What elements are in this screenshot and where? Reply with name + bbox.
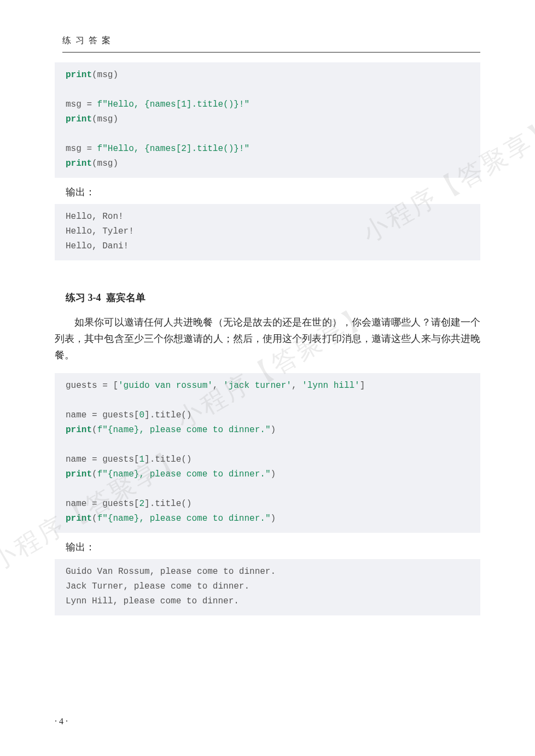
code-keyword: print [66,114,92,124]
code-text: ( [92,469,97,479]
code-string: f"{name}, please come to dinner." [97,514,271,524]
code-number: 0 [139,410,144,420]
code-string: ].title()}!" [187,100,249,109]
code-keyword: print [66,514,92,524]
code-text: name = guests[ [66,410,139,420]
section-number: 练习 3-4 [66,292,101,303]
code-text: name = guests[ [66,499,139,509]
code-text: ] [360,381,365,391]
page-number: · 4 · [55,717,68,726]
code-number: 2 [139,499,144,509]
code-text: msg = [66,100,97,109]
code-keyword: print [66,469,92,479]
section-title: 练习 3-4 嘉宾名单 [66,291,480,304]
code-string: 'guido van rossum' [118,381,213,391]
code-text: msg = [66,144,97,154]
code-string: 'lynn hill' [302,381,360,391]
code-string: f"{name}, please come to dinner." [97,469,271,479]
code-number: 1 [181,100,187,109]
code-string: ].title()}!" [187,144,249,154]
output-block-2: Guido Van Rossum, please come to dinner.… [55,559,480,615]
code-string: f"Hello, {names[ [97,100,182,109]
code-text: ( [92,425,97,435]
code-string: 'jack turner' [223,381,292,391]
code-keyword: print [66,425,92,435]
code-number: 2 [181,144,187,154]
code-text: , [213,381,223,391]
code-text: ) [270,425,276,435]
code-string: f"Hello, {names[ [97,144,182,154]
page-header: 练 习 答 案 [62,35,480,53]
code-text: (msg) [92,159,118,168]
code-keyword: print [66,70,92,80]
code-text: name = guests[ [66,455,139,464]
code-text: ].title() [144,499,191,509]
code-text: (msg) [92,70,118,80]
code-string: f"{name}, please come to dinner." [97,425,271,435]
code-number: 1 [139,455,144,464]
code-keyword: print [66,159,92,168]
output-label-1: 输出： [66,185,480,199]
output-block-1: Hello, Ron! Hello, Tyler! Hello, Dani! [55,204,480,260]
code-text: (msg) [92,114,118,124]
code-text: ].title() [144,455,191,464]
code-text: ].title() [144,410,191,420]
output-label-2: 输出： [66,540,480,554]
code-text: , [292,381,302,391]
code-block-2: guests = ['guido van rossum', 'jack turn… [55,373,480,533]
code-text: guests = [ [66,381,118,391]
code-text: ( [92,514,97,524]
page: 练 习 答 案 小程序【答聚享】 小程序【答聚享】 小程序【答聚享】 print… [0,0,535,756]
code-text: ) [270,469,276,479]
section-name: 嘉宾名单 [106,292,146,303]
code-block-1: print(msg) msg = f"Hello, {names[1].titl… [55,62,480,178]
code-text: ) [270,514,276,524]
body-text: 如果你可以邀请任何人共进晚餐（无论是故去的还是在世的），你会邀请哪些人？请创建一… [55,314,480,363]
